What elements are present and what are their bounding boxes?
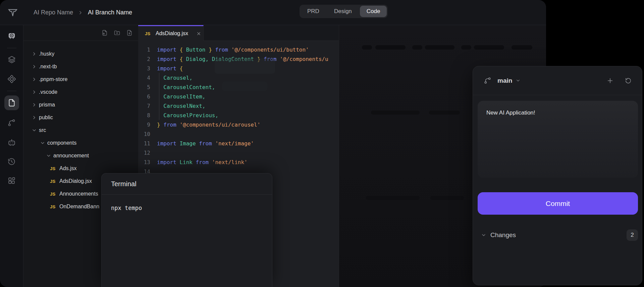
camera-icon[interactable] — [4, 28, 19, 43]
terminal-title: Terminal — [102, 173, 272, 195]
line-number: 3 — [138, 65, 150, 72]
layers-icon[interactable] — [4, 52, 19, 67]
ghost-block — [425, 45, 454, 50]
chevron-down-icon — [40, 140, 45, 146]
view-switcher: PRD Design Code — [300, 5, 388, 18]
upload-file-icon[interactable] — [126, 29, 133, 36]
tree-item-label: src — [39, 127, 46, 133]
chevron-right-icon — [78, 10, 83, 15]
tree-item--next-tb[interactable]: .next-tb — [23, 60, 138, 73]
tree-item-announcement[interactable]: announcement — [23, 149, 138, 162]
blocks-icon[interactable] — [4, 173, 19, 188]
tree-item-label: .husky — [39, 51, 54, 57]
line-content: import { — [150, 65, 183, 72]
ghost-block — [474, 45, 504, 50]
terminal-command-line[interactable]: npx tempo — [102, 195, 272, 221]
line-number: 11 — [138, 140, 150, 147]
chevron-down-icon — [32, 128, 37, 133]
js-file-icon: JS — [145, 31, 152, 36]
tree-item-label: components — [47, 140, 76, 146]
chevron-right-icon — [32, 102, 37, 107]
refresh-icon[interactable] — [625, 77, 632, 84]
ghost-block — [412, 45, 422, 50]
line-number: 12 — [138, 150, 150, 156]
line-number: 5 — [138, 84, 150, 90]
bot-icon[interactable] — [4, 135, 19, 150]
rail-divider — [7, 91, 16, 91]
chevron-down-icon[interactable] — [516, 78, 521, 83]
code-line: 4 Carousel, — [138, 73, 339, 82]
tree-item--vscode[interactable]: .vscode — [23, 86, 138, 98]
breadcrumb: AI Repo Name AI Branch Name — [34, 0, 132, 25]
commit-message-input[interactable]: New AI Application! — [478, 101, 638, 178]
plus-icon[interactable] — [606, 77, 614, 84]
editor-tab-label: AdsDialog.jsx — [156, 30, 188, 37]
close-tab-icon[interactable] — [196, 31, 201, 36]
ghost-block — [430, 196, 464, 200]
code-line: 6 CarouselItem, — [138, 92, 339, 101]
files-icon[interactable] — [4, 95, 19, 110]
line-content: import Image from 'next/image' — [150, 140, 254, 147]
changes-section-header[interactable]: Changes 2 — [473, 229, 643, 241]
commit-button[interactable]: Commit — [478, 192, 638, 215]
code-ghost-block — [222, 82, 267, 91]
code-line: 7 CarouselNext, — [138, 101, 339, 111]
tempo-logo-icon[interactable] — [7, 7, 18, 18]
ghost-block — [371, 111, 420, 115]
changes-count-badge: 2 — [627, 229, 638, 241]
line-content: CarouselNext, — [150, 103, 206, 109]
code-line: 11import Image from 'next/image' — [138, 139, 339, 148]
terminal-panel: Terminal npx tempo — [101, 173, 272, 287]
tree-item-public[interactable]: public — [23, 111, 138, 124]
git-panel: main New AI Application! Commit Changes … — [473, 66, 642, 285]
chevron-right-icon — [32, 89, 37, 95]
line-number: 6 — [138, 93, 150, 100]
tree-item-components[interactable]: components — [23, 137, 138, 149]
git-branch-icon — [484, 77, 491, 84]
line-number: 9 — [138, 122, 150, 128]
branch-selector[interactable]: main — [497, 77, 512, 84]
tab-prd[interactable]: PRD — [301, 6, 326, 17]
tree-item-label: public — [39, 115, 53, 121]
chevron-right-icon — [32, 77, 37, 82]
code-line: 1import { Button } from '@/components/ui… — [138, 45, 339, 54]
tree-item-prisma[interactable]: prisma — [23, 98, 138, 111]
git-panel-header: main — [473, 66, 642, 95]
tree-item-src[interactable]: src — [23, 124, 138, 137]
line-number: 4 — [138, 75, 150, 81]
tree-item--pnpm-store[interactable]: .pnpm-store — [23, 73, 138, 86]
code-line: 9} from '@components/ui/carousel' — [138, 120, 339, 129]
chevron-right-icon — [32, 51, 37, 57]
changes-label: Changes — [490, 231, 516, 239]
history-icon[interactable] — [4, 154, 19, 169]
code-line: 13import Link from 'next/link' — [138, 157, 339, 167]
tree-item--husky[interactable]: .husky — [23, 48, 138, 60]
ghost-block — [429, 111, 460, 115]
editor-tab-adsdialog[interactable]: JS AdsDialog.jsx — [138, 25, 204, 41]
new-file-icon[interactable] — [101, 29, 108, 36]
tab-design[interactable]: Design — [327, 6, 359, 17]
line-number: 8 — [138, 112, 150, 119]
components-icon[interactable] — [4, 72, 19, 86]
tree-item-label: .vscode — [39, 89, 57, 95]
line-content: import Link from 'next/link' — [150, 159, 248, 165]
breadcrumb-branch[interactable]: AI Branch Name — [88, 9, 132, 16]
editor-tab-bar: JS AdsDialog.jsx — [138, 25, 339, 41]
commit-message-text: New AI Application! — [486, 110, 535, 116]
code-ghost-block — [215, 58, 275, 74]
code-line: 10 — [138, 129, 339, 139]
new-folder-icon[interactable] — [114, 29, 120, 36]
tab-code[interactable]: Code — [360, 6, 387, 17]
tree-item-label: Announcements — [59, 191, 98, 197]
line-content: } from '@components/ui/carousel' — [150, 122, 260, 128]
chevron-down-icon — [46, 153, 51, 158]
tree-item-label: .pnpm-store — [39, 76, 67, 82]
tree-item-label: .next-tb — [39, 64, 57, 70]
line-content: Carousel, — [150, 75, 193, 81]
line-number: 2 — [138, 56, 150, 62]
line-number: 10 — [138, 131, 150, 137]
git-branch-icon[interactable] — [4, 115, 19, 130]
js-file-icon: JS — [50, 204, 57, 209]
breadcrumb-repo[interactable]: AI Repo Name — [34, 9, 73, 16]
line-content: import { Button } from '@/components/ui/… — [150, 47, 309, 53]
